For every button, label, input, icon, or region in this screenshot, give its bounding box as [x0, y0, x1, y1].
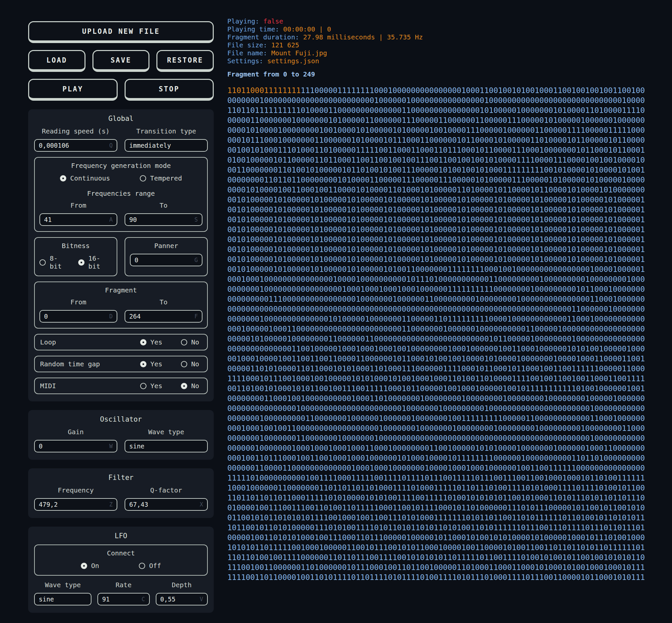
gain-value: 0 [39, 443, 43, 450]
lfo-depth-label: Depth [156, 581, 208, 589]
binary-line: 0100001001110011100110100110111110001100… [227, 503, 658, 513]
random-gap-yes-label: Yes [150, 360, 162, 368]
status-playing: Playing: false [227, 17, 658, 25]
transition-type-input[interactable]: immediately [124, 139, 208, 152]
settings-value[interactable]: settings.json [267, 57, 319, 65]
filter-panel: Filter Frequency 479,2 Z Q-factor 67,43 … [28, 468, 214, 518]
binary-line: 1000100000011000000011011011011010001111… [227, 483, 658, 493]
freq-to-input[interactable]: 90 S [124, 213, 202, 226]
panner-key-hint: G [195, 257, 198, 263]
lfo-wave-type-input[interactable]: sine [34, 593, 91, 605]
gain-key-hint: W [109, 443, 113, 449]
upload-new-file-button[interactable]: UPLOAD NEW FILE [28, 21, 214, 43]
binary-line: 0010100000101000001010000010100000101000… [227, 205, 658, 215]
midi-yes-radio[interactable]: Yes [140, 382, 162, 390]
binary-line: 0000000000000011001000001000100010001001… [227, 344, 658, 354]
oscillator-title: Oscillator [34, 415, 208, 423]
binary-line: 0001000001000110000000000000000000000011… [227, 324, 658, 334]
about-link[interactable]: About and sources (v1.12.0) [28, 621, 214, 623]
binary-line: 0000010100000100000000110000001100000000… [227, 334, 658, 344]
binary-line: 0000000000000000000000000000000000000000… [227, 304, 658, 314]
binary-line: 0010100000101000001010000010100000101000… [227, 235, 658, 244]
midi-yes-label: Yes [150, 382, 162, 390]
filter-frequency-value: 479,2 [39, 501, 58, 508]
radio-16bit[interactable]: 16-bit [78, 255, 112, 270]
fragment-range-heading: Fragment from 0 to 249 [227, 70, 658, 78]
bitness-box: Bitness 8-bit 16-bit [34, 237, 117, 276]
fragment-title: Fragment [39, 286, 202, 294]
lfo-on-radio[interactable]: On [81, 562, 99, 570]
gain-label: Gain [34, 428, 117, 436]
random-gap-yes-radio[interactable]: Yes [140, 360, 162, 368]
binary-line: 0000101000010000000010010000101000001010… [227, 125, 658, 135]
lfo-depth-input[interactable]: 0,55 V [156, 593, 208, 605]
radio-continuous-label: Continuous [70, 174, 110, 182]
panner-value: 0 [135, 256, 138, 264]
qfactor-field: Q-factor 67,43 X [124, 486, 208, 511]
fragment-to-input[interactable]: 264 F [124, 310, 202, 323]
random-gap-no-label: No [191, 360, 199, 368]
restore-button[interactable]: RESTORE [157, 50, 214, 72]
binary-line: 0000000000000001000000000000000000000010… [227, 404, 658, 413]
midi-no-radio[interactable]: No [181, 382, 199, 390]
osc-wave-type-input[interactable]: sine [124, 440, 208, 452]
lfo-rate-field: Rate 91 C [97, 581, 149, 605]
sidebar: UPLOAD NEW FILE LOAD SAVE RESTORE PLAY S… [28, 21, 214, 623]
reading-speed-input[interactable]: 0,000106 Q [34, 139, 117, 152]
loop-no-radio[interactable]: No [181, 338, 199, 346]
radio-tempered[interactable]: Tempered [140, 174, 182, 182]
filter-frequency-input[interactable]: 479,2 Z [34, 498, 117, 511]
binary-line: 0001000100100110000000000000000001000000… [227, 423, 658, 433]
radio-8bit[interactable]: 8-bit [39, 255, 69, 270]
fragment-to-key-hint: F [195, 313, 198, 320]
binary-line: 1101101101101100011111010100001010100111… [227, 493, 658, 503]
lfo-connect-title: Connect [39, 549, 202, 557]
gain-input[interactable]: 0 W [34, 440, 117, 452]
filter-frequency-field: Frequency 479,2 Z [34, 486, 117, 511]
binary-line: 0000101000010011000100110000101000011010… [227, 185, 658, 195]
freq-from-label: From [39, 201, 117, 209]
binary-line-rest: 1110000011111111000100000000000000010001… [301, 86, 645, 95]
reading-speed-field: Reading speed (s) 0,000106 Q [34, 127, 117, 152]
settings-label: Settings: [227, 57, 263, 65]
lfo-wave-type-label: Wave type [34, 581, 91, 589]
status-settings: Settings: settings.json [227, 57, 658, 65]
binary-line: 0010100000101000001010000010100000101000… [227, 255, 658, 264]
panner-input[interactable]: 0 G [130, 254, 202, 266]
freq-from-input[interactable]: 41 A [39, 213, 117, 226]
midi-no-dot-icon [181, 383, 187, 389]
gain-field: Gain 0 W [34, 428, 117, 452]
fragment-from-input[interactable]: 0 D [39, 310, 117, 323]
random-gap-yes-dot-icon [140, 361, 146, 367]
play-button[interactable]: PLAY [28, 79, 118, 101]
lfo-off-radio[interactable]: Off [139, 562, 161, 570]
save-button[interactable]: SAVE [92, 50, 150, 72]
random-time-gap-row: Random time gap Yes No [34, 356, 208, 372]
qfactor-label: Q-factor [124, 486, 208, 494]
loop-yes-dot-icon [140, 339, 146, 346]
loop-yes-radio[interactable]: Yes [140, 338, 162, 346]
filter-frequency-label: Frequency [34, 486, 117, 494]
freq-to-label: To [124, 201, 202, 209]
binary-line: 0000010011010101000100111000110111000001… [227, 533, 658, 542]
lfo-panel: LFO Connect On Off Wave type [28, 527, 214, 613]
loop-no-dot-icon [181, 339, 187, 346]
random-gap-no-radio[interactable]: No [181, 360, 199, 368]
fragment-duration-label: Fragment duration: [227, 33, 299, 41]
frequency-generation-title: Frequency generation mode [39, 161, 202, 170]
lfo-rate-input[interactable]: 91 C [97, 593, 149, 605]
freq-to-key-hint: S [195, 216, 198, 223]
loop-row: Loop Yes No [34, 334, 208, 350]
binary-grid: 1101100011111111111000001111111100010000… [227, 85, 658, 582]
lfo-off-label: Off [149, 562, 161, 570]
filter-frequency-key-hint: Z [109, 501, 113, 508]
qfactor-input[interactable]: 67,43 X [124, 498, 208, 511]
radio-continuous[interactable]: Continuous [60, 174, 110, 182]
radio-16bit-dot-icon [78, 259, 84, 266]
load-button[interactable]: LOAD [28, 50, 85, 72]
fragment-from-key-hint: D [109, 313, 113, 320]
binary-line: 1101101111111111010000110000000000000011… [227, 105, 658, 115]
stop-button[interactable]: STOP [124, 79, 214, 101]
binary-line: 0010100000101000001010000010100000101001… [227, 264, 658, 274]
status-block: Playing: false Playing time: 00:00:00 | … [227, 17, 658, 65]
